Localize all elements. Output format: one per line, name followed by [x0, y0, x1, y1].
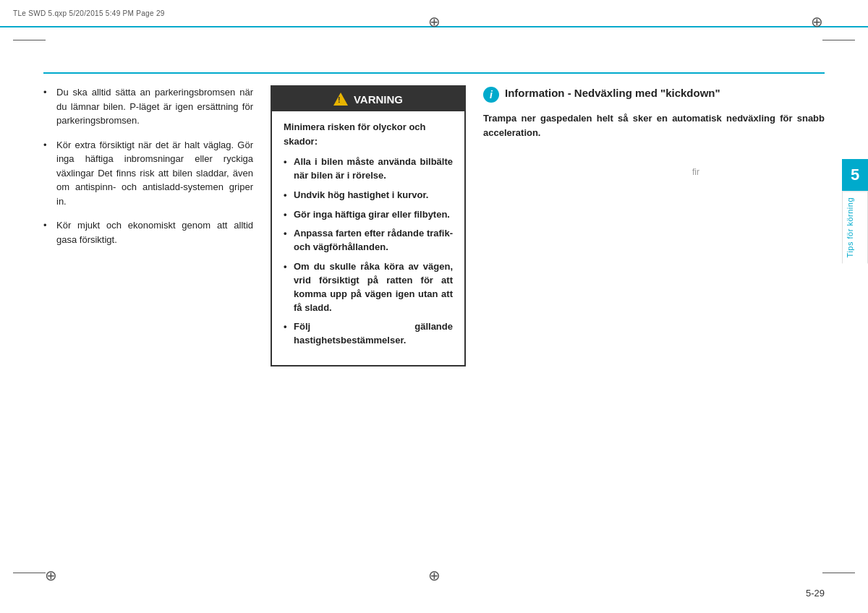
top-line-left [13, 40, 46, 40]
page-number: 5-29 [806, 588, 825, 599]
chapter-badge: 5 [842, 159, 868, 191]
warning-item: Följ gällande hastighetsbestämmelser. [284, 320, 453, 348]
warning-item: Alla i bilen måste använda bilbälte när … [284, 155, 453, 183]
warning-title: VARNING [354, 93, 403, 106]
left-column: Du ska alltid sätta an parkeringsbromsen… [43, 85, 253, 555]
warning-header: VARNING [272, 87, 464, 111]
chapter-label: Tips för körning [842, 191, 868, 263]
list-item: Kör extra försiktigt när det är halt väg… [43, 138, 253, 209]
info-icon: i [483, 87, 499, 103]
warning-box: VARNING Minimera risken för olyckor och … [271, 85, 466, 366]
info-header: i Information - Nedväxling med "kickdown… [483, 85, 825, 103]
warning-column: VARNING Minimera risken för olyckor och … [271, 85, 466, 555]
warning-item: Om du skulle råka köra av vägen, vrid fö… [284, 260, 453, 314]
warning-item: Undvik hög hastighet i kurvor. [284, 189, 453, 202]
info-body: Trampa ner gaspedalen helt så sker en au… [483, 111, 825, 140]
top-right-crosshair: ⊕ [811, 13, 823, 30]
list-item: Kör mjukt och ekonomiskt genom att allti… [43, 218, 253, 247]
warning-item: Gör inga häftiga girar eller filbyten. [284, 208, 453, 222]
warning-list: Alla i bilen måste använda bilbälte när … [284, 155, 453, 348]
cyan-rule [43, 72, 825, 74]
info-title: Information - Nedväxling med "kickdown" [505, 85, 720, 100]
bottom-line-left [13, 573, 46, 573]
top-line-right [822, 40, 855, 40]
bottom-line-right [822, 573, 855, 573]
info-box: i Information - Nedväxling med "kickdown… [483, 85, 825, 140]
warning-intro: Minimera risken för olyckor och skador: [284, 120, 453, 148]
fir-annotation: fir [692, 167, 699, 177]
bottom-center-crosshair: ⊕ [428, 567, 441, 584]
info-column: i Information - Nedväxling med "kickdown… [483, 85, 825, 555]
header-meta: TLe SWD 5.qxp 5/20/2015 5:49 PM Page 29 [13, 9, 165, 17]
warning-triangle-icon [333, 93, 348, 106]
left-list: Du ska alltid sätta an parkeringsbromsen… [43, 85, 253, 247]
right-sidebar: 5 Tips för körning [842, 159, 868, 263]
list-item: Du ska alltid sätta an parkeringsbromsen… [43, 85, 253, 128]
warning-item: Anpassa farten efter rådande trafik- och… [284, 227, 453, 254]
bottom-left-crosshair: ⊕ [45, 567, 57, 584]
top-center-crosshair: ⊕ [428, 13, 441, 30]
main-content: Du ska alltid sätta an parkeringsbromsen… [43, 85, 825, 555]
